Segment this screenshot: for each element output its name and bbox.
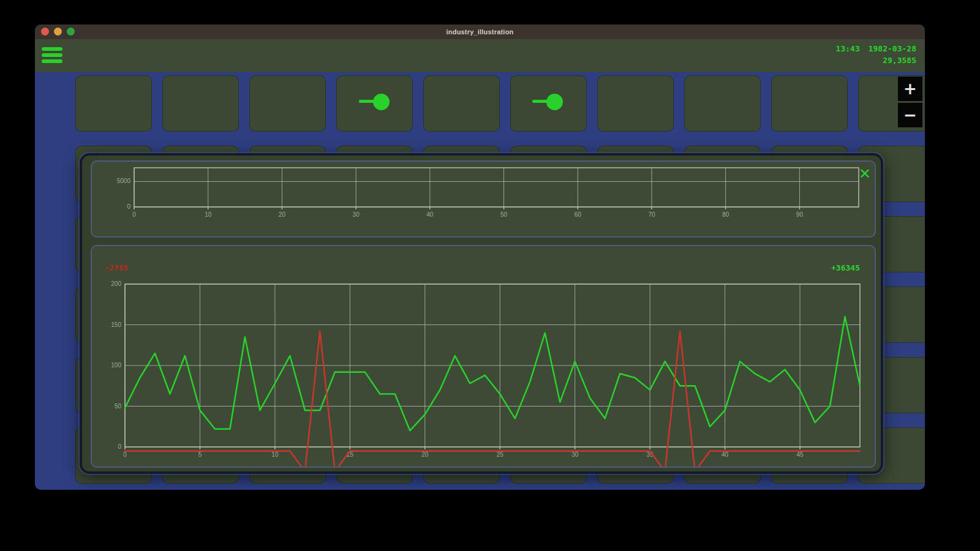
- grid-tile[interactable]: [249, 75, 326, 132]
- grid-tile[interactable]: [162, 75, 239, 132]
- close-icon[interactable]: ✕: [859, 167, 871, 181]
- title-bar: industry_illustration: [35, 24, 925, 40]
- hamburger-bar: [42, 53, 62, 57]
- svg-text:20: 20: [421, 451, 429, 458]
- svg-text:30: 30: [571, 451, 579, 458]
- svg-text:100: 100: [111, 362, 121, 369]
- svg-text:60: 60: [575, 211, 582, 218]
- svg-text:0: 0: [118, 443, 121, 450]
- svg-text:0: 0: [132, 211, 136, 218]
- svg-text:5: 5: [198, 451, 202, 458]
- chart-overlay-dialog: 010203040506070809005000 ✕ -2785 +36345 …: [80, 153, 883, 474]
- svg-text:0: 0: [123, 451, 127, 458]
- indicator-dot: [373, 94, 390, 110]
- grid-tile[interactable]: [597, 75, 674, 132]
- svg-text:30: 30: [353, 211, 360, 218]
- svg-text:200: 200: [111, 280, 121, 287]
- grid-tile[interactable]: [75, 75, 152, 132]
- hamburger-menu-icon[interactable]: [42, 47, 62, 64]
- window-title: industry_illustration: [447, 28, 514, 36]
- svg-text:0: 0: [127, 203, 130, 210]
- close-window-button[interactable]: [41, 28, 49, 36]
- svg-text:45: 45: [796, 451, 804, 458]
- svg-text:10: 10: [271, 451, 279, 458]
- overview-chart-panel: 010203040506070809005000: [91, 160, 876, 238]
- maximize-window-button[interactable]: [67, 28, 75, 36]
- svg-text:70: 70: [648, 211, 655, 218]
- svg-text:150: 150: [111, 321, 121, 328]
- svg-text:25: 25: [497, 451, 504, 458]
- indicator-dot: [546, 94, 563, 110]
- date-text: 1982-03-28: [869, 44, 916, 53]
- svg-text:50: 50: [500, 211, 508, 218]
- grid-tile[interactable]: [423, 75, 500, 132]
- svg-text:5000: 5000: [117, 178, 131, 184]
- status-readout: 13:431982-03-28 29,3585: [836, 43, 916, 66]
- negative-total-label: -2785: [104, 263, 128, 272]
- traffic-lights: [41, 28, 75, 36]
- app-window: industry_illustration 13:431982-03-28 29…: [35, 24, 925, 490]
- hamburger-bar: [42, 47, 62, 51]
- status-line-datetime: 13:431982-03-28: [836, 43, 916, 54]
- zoom-out-button[interactable]: −: [898, 103, 922, 127]
- positive-total-label: +36345: [831, 263, 860, 272]
- svg-text:50: 50: [115, 403, 122, 410]
- svg-text:90: 90: [796, 211, 804, 218]
- app-header: 13:431982-03-28 29,3585: [35, 39, 925, 73]
- detail-chart-panel: -2785 +36345 051015202530354045050100150…: [91, 245, 876, 468]
- svg-text:20: 20: [279, 211, 286, 218]
- svg-text:40: 40: [426, 211, 434, 218]
- svg-text:10: 10: [205, 211, 212, 218]
- zoom-in-button[interactable]: +: [898, 77, 922, 101]
- minimize-window-button[interactable]: [54, 28, 62, 36]
- grid-tile[interactable]: [684, 75, 761, 132]
- dashboard-background: 010203040506070809005000 ✕ -2785 +36345 …: [35, 72, 925, 490]
- svg-text:80: 80: [722, 211, 729, 218]
- detail-chart[interactable]: 051015202530354045050100150200: [92, 246, 875, 467]
- clock-text: 13:43: [836, 44, 860, 53]
- counter-text: 29,3585: [836, 54, 916, 66]
- svg-text:40: 40: [722, 451, 729, 458]
- grid-tile[interactable]: [771, 75, 848, 132]
- overview-chart[interactable]: 010203040506070809005000: [92, 162, 875, 236]
- hamburger-bar: [42, 59, 62, 63]
